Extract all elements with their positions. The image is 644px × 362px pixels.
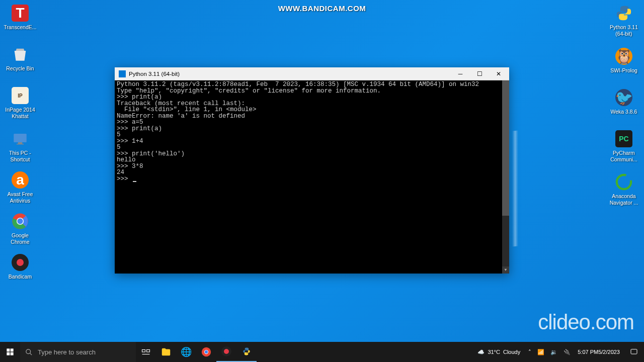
- recycle-bin-icon: [11, 45, 29, 63]
- console-line: >>> 3*8: [117, 163, 507, 170]
- desktop-icon-inpage[interactable]: IP InPage 2014 Khattat: [3, 86, 38, 119]
- scroll-thumb[interactable]: [502, 80, 509, 216]
- console-line: 5: [117, 144, 507, 151]
- svg-rect-9: [7, 348, 10, 351]
- weather-widget[interactable]: ☁️ 31°C Cloudy: [472, 342, 525, 362]
- desktop-icon-python[interactable]: Python 3.11 (64-bit): [606, 4, 641, 37]
- weka-icon: 🐦: [615, 88, 633, 107]
- notifications-button[interactable]: [624, 342, 644, 362]
- desktop-icon-weka[interactable]: 🐦 Weka 3.8.6: [606, 88, 641, 115]
- this-pc-icon: [11, 130, 29, 148]
- date-text: 5/2/2023: [598, 348, 620, 355]
- python-title-icon: [119, 70, 126, 77]
- python-console-window[interactable]: Python 3.11 (64-bit) ─ ☐ ✕ Python 3.11.2…: [115, 67, 509, 274]
- tray-volume[interactable]: 🔉: [547, 342, 560, 362]
- window-title: Python 3.11 (64-bit): [129, 71, 451, 77]
- avast-icon: a: [11, 171, 29, 189]
- clideo-watermark: clideo.com: [538, 310, 634, 334]
- clock[interactable]: 5:07 PM 5/2/2023: [574, 342, 624, 362]
- task-view-button[interactable]: [136, 342, 156, 362]
- search-placeholder: Type here to search: [38, 348, 96, 356]
- tray-battery[interactable]: 🔌: [560, 342, 574, 362]
- desktop-icon-bandicam[interactable]: Bandicam: [3, 253, 38, 280]
- desktop-icon-transcend[interactable]: T TranscendE...: [3, 4, 38, 31]
- globe-icon: 🌐: [181, 346, 192, 357]
- close-button[interactable]: ✕: [489, 68, 508, 80]
- bandicam-icon: [11, 253, 29, 272]
- console-line: >>> a=5: [117, 119, 507, 126]
- scroll-down-arrow[interactable]: ▼: [502, 266, 509, 274]
- swi-prolog-icon: 🦉: [615, 47, 633, 65]
- title-bar[interactable]: Python 3.11 (64-bit) ─ ☐ ✕: [115, 67, 509, 80]
- svg-point-13: [26, 349, 31, 353]
- console-line: >>> print(a): [117, 94, 507, 101]
- volume-icon: 🔉: [550, 349, 557, 355]
- console-prompt[interactable]: >>>: [117, 176, 507, 183]
- python-icon: [242, 346, 252, 356]
- console-body[interactable]: Python 3.11.2 (tags/v3.11.2:878ead1, Feb…: [115, 80, 509, 274]
- tray-network[interactable]: 📶: [534, 342, 547, 362]
- desktop-icon-chrome[interactable]: Google Chrome: [3, 212, 38, 245]
- svg-rect-11: [7, 352, 10, 355]
- desktop-icon-avast[interactable]: a Avast Free Antivirus: [3, 171, 38, 204]
- windows-icon: [6, 348, 14, 356]
- svg-rect-10: [11, 348, 14, 351]
- svg-point-20: [205, 350, 208, 353]
- weather-cond: Cloudy: [503, 349, 520, 355]
- console-line: hello: [117, 157, 507, 163]
- minimize-button[interactable]: ─: [451, 68, 470, 80]
- console-line: >>> print(a): [117, 126, 507, 132]
- desktop-icon-this-pc[interactable]: This PC - Shortcut: [3, 130, 38, 162]
- inpage-icon: IP: [11, 86, 29, 105]
- tray-chevron[interactable]: ˄: [525, 342, 534, 362]
- weather-icon: ☁️: [477, 349, 485, 355]
- pycharm-icon: PC: [615, 130, 633, 148]
- console-line: NameError: name 'a' is not defined: [117, 113, 507, 120]
- record-icon: [221, 346, 231, 356]
- svg-rect-12: [11, 352, 14, 355]
- chrome-icon: [11, 212, 29, 230]
- svg-rect-0: [14, 134, 27, 142]
- wifi-icon: 📶: [537, 349, 544, 355]
- chevron-up-icon: ˄: [528, 349, 531, 355]
- console-line: File "<stdin>", line 1, in <module>: [117, 107, 507, 113]
- desktop-icon-swi-prolog[interactable]: 🦉 SWI-Prolog: [606, 47, 641, 74]
- wallpaper-accent: [512, 130, 518, 246]
- console-line: Type "help", "copyright", "credits" or "…: [117, 88, 507, 95]
- notification-icon: [630, 348, 638, 356]
- transcend-icon: T: [11, 4, 29, 22]
- vertical-scrollbar[interactable]: ▲ ▼: [502, 80, 509, 274]
- desktop-icon-anaconda[interactable]: Anaconda Navigator ...: [606, 173, 641, 206]
- svg-line-14: [30, 353, 32, 355]
- chrome-icon: [201, 346, 212, 357]
- console-line: Python 3.11.2 (tags/v3.11.2:878ead1, Feb…: [117, 81, 507, 88]
- file-explorer-taskbar[interactable]: [156, 342, 176, 362]
- taskbar: Type here to search 🌐 ☁️ 31°C Cloudy ˄ 📶…: [0, 342, 644, 362]
- bandicam-watermark: WWW.BANDICAM.COM: [278, 4, 366, 13]
- desktop-icon-pycharm[interactable]: PC PyCharm Communi...: [606, 130, 641, 162]
- maximize-button[interactable]: ☐: [470, 68, 489, 80]
- svg-rect-2: [17, 144, 24, 144]
- chrome-taskbar[interactable]: [196, 342, 216, 362]
- task-view-icon: [141, 347, 150, 356]
- python-taskbar[interactable]: [236, 342, 257, 362]
- console-line: >>> print('hello'): [117, 151, 507, 157]
- svg-rect-21: [631, 349, 637, 354]
- svg-rect-16: [147, 350, 150, 352]
- svg-rect-15: [142, 350, 145, 352]
- search-box[interactable]: Type here to search: [20, 342, 136, 362]
- python-icon: [615, 4, 633, 22]
- cursor: [133, 181, 136, 182]
- console-line: 5: [117, 132, 507, 138]
- start-button[interactable]: [0, 342, 20, 362]
- desktop-icon-recycle-bin[interactable]: Recycle Bin: [3, 45, 38, 72]
- app-taskbar-1[interactable]: 🌐: [176, 342, 196, 362]
- search-icon: [25, 348, 33, 356]
- system-tray: ☁️ 31°C Cloudy ˄ 📶 🔉 🔌 5:07 PM 5/2/2023: [472, 342, 644, 362]
- svg-point-8: [617, 175, 631, 189]
- folder-icon: [160, 346, 172, 357]
- bandicam-taskbar[interactable]: [216, 342, 236, 362]
- plug-icon: 🔌: [564, 349, 571, 355]
- console-line: 24: [117, 169, 507, 176]
- svg-point-7: [17, 218, 23, 224]
